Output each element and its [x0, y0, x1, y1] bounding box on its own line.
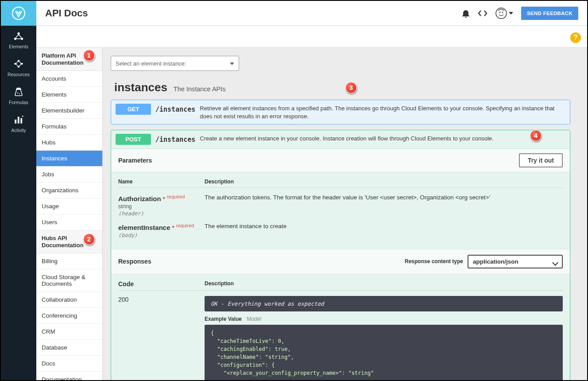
instance-select[interactable]: Select an element instance: [111, 56, 239, 71]
code-button[interactable] [478, 10, 487, 17]
page-title: API Docs [45, 8, 88, 19]
sidebar-item-cloudstorage[interactable]: Cloud Storage & Documents [36, 269, 102, 292]
response-content-type-label: Response content type [405, 258, 463, 264]
code-icon [478, 10, 487, 17]
sidebar-item-docs[interactable]: Docs [36, 356, 102, 372]
sidebar: Platform API Documentation Accounts Elem… [36, 48, 103, 380]
sidebar-item-billing[interactable]: Billing [36, 253, 102, 269]
sidebar-item-instances[interactable]: Instances [36, 151, 102, 167]
sidebar-item-elements[interactable]: Elements [36, 87, 102, 103]
doc-area: Select an element instance: instances Th… [103, 48, 587, 380]
callout-3: 3 [345, 82, 357, 93]
profile-menu[interactable] [495, 8, 513, 19]
notifications-button[interactable] [462, 9, 470, 18]
rail-resources-label: Resources [1, 72, 36, 77]
svg-point-9 [19, 93, 20, 94]
callout-4: 4 [530, 130, 542, 141]
op-post-instances: POST /instances Create a new element ins… [111, 130, 570, 380]
sidebar-item-crm[interactable]: CRM [36, 324, 102, 340]
op-summary-post: Create a new element instance in your co… [200, 134, 493, 143]
rail-activity-label: Activity [1, 128, 36, 133]
rail-elements[interactable]: Elements [1, 26, 36, 54]
svg-point-13 [22, 116, 23, 117]
chevron-down-icon [509, 12, 513, 15]
subbar: ? [36, 26, 587, 48]
param-in-0: (header) [118, 210, 144, 217]
resp-code-200: 200 [118, 296, 205, 380]
left-rail: Elements Resources Formulas Activity [1, 1, 36, 380]
param-desc-1: The element instance to create [205, 223, 563, 238]
param-in-1: (body) [118, 232, 137, 238]
sidebar-item-organizations[interactable]: Organizations [36, 183, 102, 198]
param-required-0: required [167, 194, 185, 199]
param-name-1: elementInstance [118, 224, 170, 231]
param-col-name: Name [118, 179, 205, 185]
op-get-instances[interactable]: GET /instances Retrieve all element inst… [111, 100, 570, 124]
model-tab[interactable]: Model [247, 316, 261, 322]
response-content-type-select[interactable]: application/json [468, 255, 563, 268]
method-badge-post: POST [116, 134, 151, 145]
op-path-post: /instances [155, 134, 195, 144]
sidebar-item-users[interactable]: Users [36, 214, 102, 230]
instance-select-placeholder: Select an element instance: [116, 60, 186, 67]
topbar: API Docs SEND FEEDBACK [36, 1, 587, 26]
callout-2: 2 [83, 233, 95, 245]
avatar-icon [495, 8, 507, 19]
svg-rect-10 [15, 120, 16, 124]
parameters-heading: Parameters [118, 157, 152, 164]
param-name-0: Authorization [118, 195, 161, 202]
svg-point-2 [14, 38, 16, 40]
op-post-header[interactable]: POST /instances Create a new element ins… [111, 130, 570, 148]
sidebar-item-documentation[interactable]: Documentation [36, 372, 102, 380]
logo[interactable] [1, 1, 36, 26]
send-feedback-button[interactable]: SEND FEEDBACK [521, 7, 578, 20]
svg-point-8 [17, 93, 18, 93]
op-path-get: /instances [155, 104, 195, 113]
rail-formulas-label: Formulas [1, 100, 36, 105]
svg-point-4 [14, 63, 16, 65]
param-type-0: string [118, 203, 132, 210]
param-col-desc: Description [205, 179, 563, 185]
section-subtitle: The Instance APIs [174, 86, 226, 93]
resp-ok-text: OK - Everything worked as expected [205, 296, 563, 311]
resp-col-code: Code [118, 280, 205, 288]
svg-point-7 [21, 63, 23, 65]
responses-heading: Responses [118, 258, 151, 265]
rail-activity[interactable]: Activity [1, 109, 36, 137]
sidebar-item-accounts[interactable]: Accounts [36, 71, 102, 87]
sidebar-item-jobs[interactable]: Jobs [36, 167, 102, 183]
elements-icon [13, 31, 24, 41]
callout-1: 1 [83, 50, 95, 61]
bell-icon [462, 9, 470, 18]
formulas-icon [13, 87, 24, 97]
resources-icon [13, 59, 24, 69]
svg-rect-12 [20, 118, 22, 124]
param-desc-0: The authorization tokens. The format for… [205, 194, 563, 217]
section-title: instances [114, 81, 167, 94]
sidebar-item-database[interactable]: Database [36, 340, 102, 356]
rail-formulas[interactable]: Formulas [1, 82, 36, 109]
help-icon: ? [573, 34, 578, 42]
try-it-out-button[interactable]: Try it out [519, 153, 563, 167]
sidebar-item-usage[interactable]: Usage [36, 198, 102, 214]
resp-col-desc: Description [205, 280, 563, 288]
example-json: { "cacheTimeToLive": 0, "cachingEnabled"… [205, 325, 563, 380]
activity-icon [13, 115, 24, 124]
rail-elements-label: Elements [1, 44, 36, 49]
svg-point-6 [18, 66, 19, 67]
svg-point-5 [18, 60, 19, 62]
sidebar-item-collaboration[interactable]: Collaboration [36, 292, 102, 308]
sidebar-item-elementsbuilder[interactable]: Elementsbuilder [36, 103, 102, 119]
example-value-tab[interactable]: Example Value [205, 316, 242, 322]
sidebar-item-hubs[interactable]: Hubs [36, 135, 102, 151]
sidebar-item-formulas[interactable]: Formulas [36, 119, 102, 135]
sidebar-item-conferencing[interactable]: Conferencing [36, 308, 102, 324]
rail-resources[interactable]: Resources [1, 54, 36, 82]
logo-icon [12, 6, 26, 20]
svg-point-16 [502, 12, 503, 13]
method-badge-get: GET [116, 104, 151, 115]
op-summary-get: Retrieve all element instances from a sp… [200, 104, 565, 121]
param-required-1: required [176, 223, 194, 228]
svg-rect-11 [18, 117, 19, 124]
help-button[interactable]: ? [570, 32, 581, 43]
